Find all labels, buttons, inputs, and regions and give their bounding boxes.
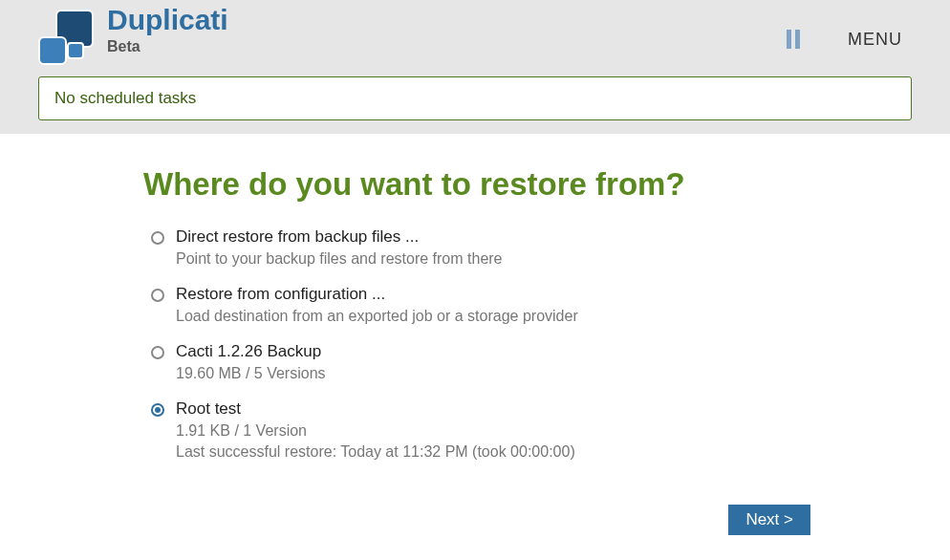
option-desc: 19.60 MB / 5 Versions [176, 365, 326, 382]
option-label: Restore from configuration ... [176, 285, 578, 304]
option-texts: Restore from configuration ...Load desti… [176, 285, 578, 325]
footer: Next > [0, 505, 950, 535]
content: Where do you want to restore from? Direc… [0, 134, 950, 480]
option-label: Direct restore from backup files ... [176, 227, 503, 247]
restore-option[interactable]: Cacti 1.2.26 Backup19.60 MB / 5 Versions [151, 342, 807, 382]
radio-button[interactable] [151, 403, 164, 417]
top-bar: Duplicati Beta MENU No scheduled tasks [0, 0, 950, 134]
restore-option[interactable]: Root test1.91 KB / 1 VersionLast success… [151, 399, 807, 461]
page-title: Where do you want to restore from? [143, 166, 807, 203]
status-banner: No scheduled tasks [38, 76, 912, 120]
option-desc: Load destination from an exported job or… [176, 308, 578, 325]
restore-option[interactable]: Direct restore from backup files ...Poin… [151, 227, 807, 268]
logo-icon [38, 8, 96, 63]
option-desc: 1.91 KB / 1 Version [176, 422, 575, 440]
option-texts: Cacti 1.2.26 Backup19.60 MB / 5 Versions [176, 342, 326, 382]
radio-button[interactable] [151, 231, 164, 245]
restore-option[interactable]: Restore from configuration ...Load desti… [151, 285, 807, 325]
option-texts: Root test1.91 KB / 1 VersionLast success… [176, 399, 575, 461]
option-label: Root test [176, 399, 575, 419]
svg-rect-1 [795, 30, 800, 49]
menu-button[interactable]: MENU [848, 30, 902, 50]
pause-icon[interactable] [785, 29, 802, 50]
option-label: Cacti 1.2.26 Backup [176, 342, 326, 361]
option-desc: Point to your backup files and restore f… [176, 250, 503, 268]
app-badge: Beta [107, 38, 228, 55]
restore-options-list: Direct restore from backup files ...Poin… [143, 227, 807, 461]
next-button[interactable]: Next > [728, 505, 810, 535]
svg-rect-0 [787, 30, 791, 49]
brand-area: Duplicati Beta [38, 6, 228, 63]
app-name: Duplicati [107, 6, 228, 34]
option-texts: Direct restore from backup files ...Poin… [176, 227, 503, 268]
header-row: Duplicati Beta MENU [38, 0, 912, 63]
option-desc-secondary: Last successful restore: Today at 11:32 … [176, 443, 575, 461]
brand-text: Duplicati Beta [107, 6, 228, 55]
radio-button[interactable] [151, 289, 164, 302]
radio-button[interactable] [151, 346, 164, 359]
header-controls: MENU [785, 29, 902, 50]
